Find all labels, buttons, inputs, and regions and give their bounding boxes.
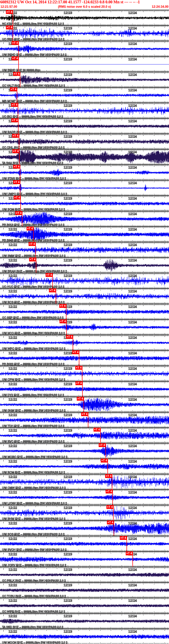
trace-label: UW BEND EHZ -- 99999.0km BW HIGHPASS 2.0… [2, 53, 66, 56]
trace-label: CC CIHL BHZ -- 99999.0km BW HIGHPASS 2.0… [2, 146, 64, 149]
trace-row-bran[interactable]: 12:2212:2312:24×T 4UW BRAN BHZ -- 99999.… [0, 257, 169, 273]
phase-pick-flag[interactable]: ×T 4 [10, 87, 17, 91]
phase-pick-flag[interactable]: ×T 4 [75, 366, 82, 370]
phase-pick-flag[interactable]: ×T 4 [11, 118, 18, 122]
phase-pick-flag[interactable]: ×T 4 [6, 26, 13, 29]
phase-pick-flag[interactable]: ×T 4 [12, 149, 19, 153]
phase-pick-flag[interactable]: ×T 4 [14, 196, 21, 200]
phase-pick-flag[interactable]: ×T 4 [29, 258, 36, 261]
phase-pick-flag[interactable]: ×T 4 [81, 412, 88, 416]
trace-row-tcbu[interactable]: 12:2212:2312:24CC TCBU BHZ -- 99999.0km … [0, 582, 169, 598]
time-tick-label: 12:24 [128, 166, 137, 169]
trace-label: UO HUO EHZ -- 99999.0km BW HIGHPASS 2.0 … [2, 285, 64, 288]
phase-pick-flag[interactable]: ×T 4 [106, 490, 113, 493]
time-tick-label: 12:23 [64, 212, 72, 216]
trace-row-i05d[interactable]: 12:2212:2312:24TA I05D BHZ -- 99999.0km … [0, 613, 169, 629]
trace-label: UW TDH EHZ -- 99999.0km BW HIGHPASS 2.0 … [2, 424, 64, 427]
phase-pick-flag[interactable]: ×T 4 [120, 536, 127, 540]
time-tick-label: 12:23 [64, 521, 72, 525]
trace-row-radr[interactable]: 12:2212:2312:24×T 4UW RADR BHZ -- 99999.… [0, 118, 169, 134]
phase-pick-flag[interactable]: ×T 4 [59, 304, 66, 308]
time-tick-label: 12:23 [64, 490, 72, 494]
time-tick-label: 12:23 [64, 42, 72, 46]
trace-row-smw[interactable]: 12:2212:2312:24×T 4UW SMW EHZ -- 99999.0… [0, 242, 169, 257]
trace-label: UO IRO EHZ -- 99999.0km BW HIGHPASS 2.0 … [2, 115, 63, 118]
trace-row-sqm[interactable]: 12:2212:2312:24×T 4UW SQM EHZ -- 99999.0… [0, 195, 169, 211]
phase-pick-flag[interactable]: ×T 4 [29, 242, 36, 246]
phase-pick-flag[interactable]: ×T 4 [126, 551, 133, 555]
phase-pick-flag[interactable]: ×T 4 [107, 521, 114, 524]
time-tick-label: 12:23 [64, 630, 72, 633]
trace-row-rcm[interactable]: 12:2212:2312:24×T 4UW RCM EHZ -- 99999.0… [0, 458, 169, 474]
phase-pick-flag[interactable]: ×T 4 [99, 443, 106, 447]
phase-pick-flag[interactable]: ×T 4 [77, 397, 84, 401]
time-tick-label: 12:22 [9, 382, 17, 386]
time-tick-label: 12:22 [9, 599, 17, 602]
phase-pick-flag[interactable]: ×T 4 [12, 56, 19, 60]
phase-pick-flag[interactable]: ×T 4 [72, 350, 79, 354]
trace-label: CC VALT BHZ -- 99999.0km BW HIGHPASS 2.0… [2, 84, 65, 87]
trace-row-rcs[interactable]: 12:2212:2312:24×T 4UW RCS EHZ -- 99999.0… [0, 288, 169, 304]
phase-pick-flag[interactable]: ×T 4 [11, 103, 18, 107]
trace-row-krp[interactable]: 12:2212:2312:24×T 4NC KRP HHZ -- 99999.0… [0, 10, 169, 25]
phase-pick-flag[interactable]: ×T 4 [94, 428, 100, 432]
phase-pick-flag[interactable]: ×T 4 [13, 72, 20, 76]
trace-row-star[interactable]: 12:2212:2312:24×T 4UW STAR EHZ -- 99999.… [0, 164, 169, 180]
phase-pick-flag[interactable]: ×T 4 [12, 134, 19, 138]
trace-row-jorv[interactable]: 12:2212:2312:24×T 4UW JORV EHZ -- 99999.… [0, 551, 169, 567]
trace-row-iro[interactable]: 12:2212:2312:24×T 4UO IRO EHZ -- 99999.0… [0, 103, 169, 118]
trace-row-tdh[interactable]: 12:2212:2312:24×T 4UW TDH EHZ -- 99999.0… [0, 412, 169, 427]
phase-pick-flag[interactable]: ×T 4 [13, 165, 20, 169]
phase-pick-flag[interactable]: ×T 4 [13, 180, 20, 184]
trace-row-umpq[interactable]: 12:2212:2312:24×T 4UW UMPQ EHZ -- 99999.… [0, 180, 169, 195]
phase-pick-flag[interactable]: ×T 4 [46, 273, 53, 277]
trace-row-bhw[interactable]: 12:2212:2312:24×T 4UW BHW EHZ -- 99999.0… [0, 505, 169, 520]
phase-pick-flag[interactable]: ×T 4 [12, 41, 19, 45]
phase-pick-flag[interactable]: ×T 4 [106, 505, 113, 509]
phase-pick-flag[interactable]: ×T 4 [105, 474, 112, 478]
trace-row-sep[interactable]: 12:2212:2312:24×T 4CC SEP EHZ -- 99999.0… [0, 304, 169, 319]
trace-row-b943[interactable]: 12:2212:2312:24×T 4PB B943 EHZ -- 99999.… [0, 226, 169, 242]
trace-row-ghw[interactable]: 12:2212:2312:24×T 4UW GHW EHZ -- 99999.0… [0, 397, 169, 412]
phase-pick-flag[interactable]: ×T 4 [27, 227, 33, 230]
phase-pick-flag[interactable]: ×T 4 [60, 319, 66, 323]
trace-row-cpw[interactable]: 12:2212:2312:24×T 4UW CPW EHZ -- 99999.0… [0, 366, 169, 381]
phase-pick-flag[interactable]: ×T 4 [66, 335, 73, 339]
phase-pick-flag[interactable]: ×T 4 [101, 459, 108, 463]
trace-row-mcmt[interactable]: 12:2212:2312:24×T 4MB MCMT EHZ -- 99999.… [0, 87, 169, 103]
time-tick-label: 12:22 [9, 243, 17, 247]
trace-row-dy2[interactable]: 12:2212:2312:24×T 4UW DY2 EHZ -- 99999.0… [0, 381, 169, 397]
trace-row-i04a[interactable]: 12:2212:2312:24×T 4TA I04A BHZ -- 99999.… [0, 149, 169, 164]
trace-row-valt[interactable]: 12:2212:2312:24×T 4CC VALT BHZ -- 99999.… [0, 72, 169, 87]
trace-row-cihl[interactable]: 12:2212:2312:24×T 4CC CIHL BHZ -- 99999.… [0, 134, 169, 149]
trace-row-moro[interactable]: 12:2212:2312:24×T 4UW MORO EHZ -- 99999.… [0, 443, 169, 458]
trace-row-wpo[interactable]: 12:2212:2312:24×T 4UW WPO EHZ -- 99999.0… [0, 335, 169, 350]
time-tick-label: 12:23 [64, 119, 72, 123]
trace-row-b013[interactable]: 12:2212:2312:24×T 4PB B013 EHZ -- 99999.… [0, 211, 169, 226]
time-tick-label: 12:22 [9, 320, 17, 324]
time-tick-label: 12:22 [9, 398, 17, 401]
trace-row-b022[interactable]: 12:2212:2312:24×T 4PB B022 EHZ -- 99999.… [0, 350, 169, 366]
trace-row-cmw[interactable]: 12:2212:2312:24×T 4UW CMW EHZ -- 99999.0… [0, 474, 169, 489]
trace-row-bend[interactable]: 12:2212:2312:24×T 4UW BEND EHZ -- 99999.… [0, 41, 169, 56]
time-tick-label: 12:22 [9, 305, 17, 309]
trace-row-rvc[interactable]: 12:2212:2312:24×T 4UW RVC EHZ -- 99999.0… [0, 427, 169, 443]
trace-label: UW RADR BHZ -- 99999.0km BW HIGHPASS 2.0… [2, 130, 67, 134]
trace-label: CC SEP EHZ -- 99999.0km BW HIGHPASS 2.0 … [2, 316, 63, 319]
trace-row-sos[interactable]: 12:2212:2312:24×T 4UW SOS EHZ -- 99999.0… [0, 520, 169, 536]
trace-row-moon[interactable]: 12:2212:2312:24UW MOON EHZ -- 99999.0km … [0, 629, 169, 644]
trace-row-bend[interactable]: 12:2212:2312:24×T 4UW BEND EHZ 20 99999.… [0, 56, 169, 72]
phase-pick-flag[interactable]: ×T 4 [49, 288, 56, 292]
trace-row-lkwv[interactable]: 12:2212:2312:24×T 4UW LKWV EHZ -- 99999.… [0, 489, 169, 505]
trace-row-nco[interactable]: 12:2212:2312:24×T 4UW NCO EHZ -- 99999.0… [0, 319, 169, 335]
phase-pick-flag[interactable]: ×T 4 [15, 211, 22, 215]
trace-row-wife[interactable]: 12:2212:2312:24CC WIFE BHZ -- 99999.0km … [0, 598, 169, 613]
trace-row-fris[interactable]: 12:2212:2312:24×T 4UO FRIS EHZ -- 99999.… [0, 25, 169, 41]
trace-row-prlk[interactable]: 12:2212:2312:24CC PRLK BHZ -- 99999.0km … [0, 567, 169, 582]
time-tick-label: 12:23 [64, 181, 72, 185]
phase-pick-flag[interactable]: ×T 4 [6, 10, 13, 14]
phase-pick-flag[interactable]: ×T 4 [75, 381, 82, 385]
time-tick-label: 12:23 [64, 459, 72, 463]
trace-row-svoh[interactable]: 12:2212:2312:24×T 4UW SVOH EHZ -- 99999.… [0, 536, 169, 551]
trace-row-huo[interactable]: 12:2212:2312:24×T 4UO HUO EHZ -- 99999.0… [0, 273, 169, 288]
